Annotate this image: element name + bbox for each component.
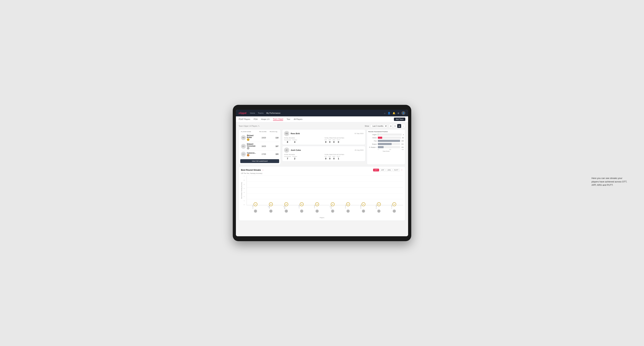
streak-bubble: 6x	[269, 202, 273, 206]
main-content: Team Clippd 14 Players ✎ Show Last 3 mon…	[236, 122, 408, 236]
practice-values: OTT 0 APP 0 ARG 0	[324, 139, 364, 143]
bar-track	[378, 137, 401, 139]
player-count: 14 Players	[249, 125, 258, 127]
bar-count: 311	[402, 143, 404, 145]
logo: clippd	[239, 112, 246, 114]
arg-value: 0	[334, 157, 334, 160]
bar-count: 131	[402, 147, 404, 148]
bar-label: Eagles	[368, 134, 377, 135]
filter-putt[interactable]: PUTT	[393, 169, 400, 172]
sort-icon[interactable]: ↕	[402, 124, 405, 128]
practice-values: OTT 0 APP 0 ARG 0	[324, 156, 364, 160]
ott-stat: OTT 0	[324, 156, 327, 160]
grid-view-icon[interactable]: ⊞	[389, 124, 393, 128]
streaks-section: Best Round Streaks ← OTT APP ARG PUTT ← …	[239, 166, 405, 221]
rank-badge: 1	[247, 138, 249, 141]
streak-avatar: B	[346, 209, 350, 213]
col-pb-score: PB SCORE	[259, 131, 270, 133]
players-panel: RB Rees Britt 02 Sep 2023 Total Rounds T…	[282, 129, 366, 165]
avatar: CA	[241, 152, 246, 157]
nav-link-home[interactable]: Home	[250, 112, 255, 114]
person-icon[interactable]: 👤	[388, 112, 390, 114]
nav-link-myperformance[interactable]: My Performance	[266, 112, 280, 114]
bar-row-dbogeys: D. Bogeys + 131	[368, 146, 404, 148]
subnav-hcaps[interactable]: Hcaps 1-5	[261, 118, 270, 121]
bell-icon[interactable]: 🔔	[392, 112, 395, 114]
bar-label: Birdies	[368, 137, 377, 139]
filter-app[interactable]: APP	[380, 169, 386, 172]
edit-icon[interactable]: ✎	[258, 125, 260, 127]
bar-fill	[378, 146, 384, 148]
table-view-icon[interactable]: ▤	[397, 124, 401, 128]
practice-value: 4	[294, 141, 296, 143]
subnav-tour[interactable]: Tour	[287, 118, 290, 121]
player-info: EC Edward Crossman 2	[241, 143, 258, 149]
bar-fill	[378, 134, 378, 136]
total-rounds-block: Total Rounds Tournament 8 Practice 4	[284, 137, 323, 143]
subnav-pga[interactable]: PGA	[254, 118, 258, 121]
pb-score: 19/20	[258, 137, 269, 139]
arrow-indicator: ←	[262, 169, 264, 171]
show-label: Show	[365, 125, 369, 127]
tablet-device: clippd Home Teams My Performance ⌕ 👤 🔔 ⊕…	[233, 105, 411, 241]
period-select[interactable]: Last 3 months	[370, 124, 388, 128]
player-name-wrap: Richard Butler 1	[247, 135, 258, 141]
x-tick-200: 200	[389, 149, 391, 150]
tournament-stat: Tournament 8	[284, 139, 291, 143]
avatar: RB	[284, 131, 289, 136]
bar-track	[378, 140, 400, 142]
ott-value: 0	[325, 157, 326, 160]
putt-value: 0	[338, 141, 339, 143]
tablet-screen: clippd Home Teams My Performance ⌕ 👤 🔔 ⊕…	[236, 110, 408, 236]
list-view-icon[interactable]: ☰	[393, 124, 397, 128]
total-rounds-block: Total Rounds Tournament 7 Practice 2	[284, 154, 323, 160]
card-stats: Total Rounds Tournament 8 Practice 4	[284, 137, 364, 143]
leaderboard-panel: PLAYER NAME PB SCORE PB AVG SQ RB Richar…	[239, 129, 281, 165]
pb-avg: 110	[270, 137, 278, 139]
ott-stat: OTT 0	[324, 139, 327, 143]
streak-bubble: 7x	[254, 202, 258, 206]
filter-arg[interactable]: ARG	[386, 169, 392, 172]
arg-stat: ARG 0	[332, 139, 335, 143]
arg-stat: ARG 0	[332, 156, 335, 160]
practice-value: 2	[294, 157, 296, 160]
nav-link-teams[interactable]: Teams	[258, 112, 264, 114]
streak-avatar: B	[269, 209, 273, 213]
streak-bubble: 4x	[331, 202, 334, 206]
streaks-subtitle: Off The Tee, Fairway Accuracy	[241, 173, 403, 174]
bar-track	[378, 146, 400, 148]
filter-ott[interactable]: OTT	[373, 169, 379, 172]
app-stat: APP 0	[328, 139, 331, 143]
player-name: Edward Crossman	[247, 143, 258, 147]
bar-count: 96	[402, 137, 404, 139]
practice-activities-block: Total Practice Activities OTT 0 APP 0	[324, 154, 364, 160]
player-card: JC Josh Coles 26 Aug 2023 Total Rounds T…	[282, 146, 366, 162]
subnav-team-clippd[interactable]: Team Clippd	[273, 118, 283, 121]
streak-avatar: E	[331, 209, 334, 213]
card-date: 26 Aug 2023	[354, 149, 364, 151]
pb-avg: 107	[270, 145, 278, 147]
chart-bars: Eagles 3 Birdies 96	[368, 134, 404, 148]
streak-avatar: J	[300, 209, 304, 213]
nav-links: Home Teams My Performance	[250, 112, 280, 114]
content-grid: PLAYER NAME PB SCORE PB AVG SQ RB Richar…	[239, 129, 405, 165]
card-date: 02 Sep 2023	[354, 133, 364, 134]
pb-score: 17/20	[258, 153, 269, 155]
add-team-button[interactable]: Add Team	[394, 118, 405, 121]
circle-plus-icon[interactable]: ⊕	[398, 112, 399, 114]
col-player-name: PLAYER NAME	[241, 131, 259, 133]
pb-avg: 103	[270, 153, 278, 155]
filter-arrow-indicator: ←	[401, 169, 403, 172]
streak-filter-buttons: OTT APP ARG PUTT ←	[373, 169, 403, 172]
practice-stat: Practice 2	[292, 156, 297, 160]
tournament-value: 7	[287, 157, 288, 160]
view-leaderboard-button[interactable]: View Full Leaderboard	[240, 159, 279, 163]
avatar[interactable]: 👤	[402, 111, 405, 115]
practice-activities-label: Total Practice Activities	[324, 154, 364, 155]
search-icon[interactable]: ⌕	[384, 112, 386, 114]
subnav-all-players[interactable]: All Players	[294, 118, 302, 121]
total-rounds-label: Total Rounds	[284, 154, 323, 155]
x-axis-label: Players	[241, 217, 403, 218]
subnav-pgat[interactable]: PGAT Players	[239, 118, 250, 121]
team-name: Team Clippd	[239, 125, 248, 127]
